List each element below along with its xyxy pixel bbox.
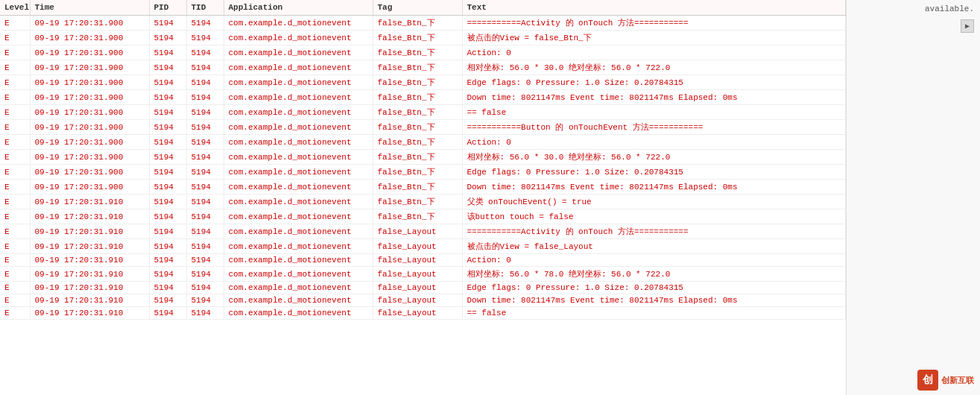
- cell-app: com.example.d_motionevent: [224, 60, 373, 75]
- cell-level: E: [0, 224, 30, 239]
- cell-text: 相对坐标: 56.0 * 30.0 绝对坐标: 56.0 * 722.0: [462, 60, 846, 75]
- cell-app: com.example.d_motionevent: [224, 180, 373, 195]
- cell-tid: 5194: [186, 120, 224, 135]
- table-row: E09-19 17:20:31.91051945194com.example.d…: [0, 239, 846, 254]
- cell-tag: false_Layout: [373, 267, 462, 282]
- cell-app: com.example.d_motionevent: [224, 195, 373, 209]
- cell-app: com.example.d_motionevent: [224, 75, 373, 90]
- table-row: E09-19 17:20:31.90051945194com.example.d…: [0, 105, 846, 120]
- cell-level: E: [0, 165, 30, 180]
- cell-text: 父类 onTouchEvent() = true: [462, 195, 846, 209]
- table-row: E09-19 17:20:31.90051945194com.example.d…: [0, 31, 846, 45]
- cell-tid: 5194: [186, 150, 224, 165]
- cell-tag: false_Btn_下: [373, 60, 462, 75]
- cell-tid: 5194: [186, 307, 224, 320]
- log-table-area[interactable]: Level Time PID TID Application Tag Text …: [0, 0, 846, 395]
- cell-pid: 5194: [149, 254, 186, 267]
- table-row: E09-19 17:20:31.90051945194com.example.d…: [0, 16, 846, 31]
- cell-level: E: [0, 105, 30, 120]
- cell-pid: 5194: [149, 224, 186, 239]
- cell-app: com.example.d_motionevent: [224, 16, 373, 31]
- cell-text: Down time: 8021147ms Event time: 8021147…: [462, 90, 846, 105]
- cell-tag: false_Layout: [373, 254, 462, 267]
- cell-time: 09-19 17:20:31.900: [30, 120, 149, 135]
- cell-level: E: [0, 209, 30, 224]
- cell-tag: false_Btn_下: [373, 195, 462, 209]
- cell-level: E: [0, 254, 30, 267]
- cell-tag: false_Btn_下: [373, 90, 462, 105]
- cell-tag: false_Btn_下: [373, 105, 462, 120]
- cell-time: 09-19 17:20:31.910: [30, 307, 149, 320]
- cell-text: ===========Activity 的 onTouch 方法========…: [462, 16, 846, 31]
- cell-time: 09-19 17:20:31.910: [30, 282, 149, 294]
- scroll-button[interactable]: ▶: [961, 19, 974, 33]
- table-header-row: Level Time PID TID Application Tag Text: [0, 0, 846, 16]
- cell-app: com.example.d_motionevent: [224, 105, 373, 120]
- table-row: E09-19 17:20:31.91051945194com.example.d…: [0, 307, 846, 320]
- cell-text: Down time: 8021147ms Event time: 8021147…: [462, 180, 846, 195]
- cell-app: com.example.d_motionevent: [224, 282, 373, 294]
- cell-level: E: [0, 267, 30, 282]
- cell-pid: 5194: [149, 60, 186, 75]
- cell-tag: false_Btn_下: [373, 150, 462, 165]
- header-tid: TID: [186, 0, 224, 16]
- cell-app: com.example.d_motionevent: [224, 120, 373, 135]
- cell-tag: false_Layout: [373, 282, 462, 294]
- cell-tag: false_Btn_下: [373, 135, 462, 150]
- sidebar-available-text: available.: [925, 4, 974, 13]
- cell-app: com.example.d_motionevent: [224, 224, 373, 239]
- cell-text: == false: [462, 307, 846, 320]
- cell-tid: 5194: [186, 45, 224, 60]
- cell-time: 09-19 17:20:31.910: [30, 224, 149, 239]
- cell-app: com.example.d_motionevent: [224, 239, 373, 254]
- cell-app: com.example.d_motionevent: [224, 31, 373, 45]
- sidebar-logo: 创 创新互联: [917, 370, 974, 391]
- cell-pid: 5194: [149, 105, 186, 120]
- cell-level: E: [0, 282, 30, 294]
- table-row: E09-19 17:20:31.90051945194com.example.d…: [0, 135, 846, 150]
- cell-level: E: [0, 45, 30, 60]
- cell-tid: 5194: [186, 267, 224, 282]
- cell-time: 09-19 17:20:31.900: [30, 180, 149, 195]
- cell-level: E: [0, 180, 30, 195]
- table-row: E09-19 17:20:31.91051945194com.example.d…: [0, 224, 846, 239]
- cell-tid: 5194: [186, 239, 224, 254]
- cell-pid: 5194: [149, 165, 186, 180]
- cell-tid: 5194: [186, 31, 224, 45]
- cell-text: ===========Button 的 onTouchEvent 方法=====…: [462, 120, 846, 135]
- cell-pid: 5194: [149, 282, 186, 294]
- cell-app: com.example.d_motionevent: [224, 209, 373, 224]
- log-table: Level Time PID TID Application Tag Text …: [0, 0, 846, 320]
- cell-time: 09-19 17:20:31.900: [30, 31, 149, 45]
- cell-time: 09-19 17:20:31.900: [30, 75, 149, 90]
- cell-tag: false_Btn_下: [373, 209, 462, 224]
- cell-time: 09-19 17:20:31.900: [30, 165, 149, 180]
- cell-pid: 5194: [149, 75, 186, 90]
- cell-tid: 5194: [186, 254, 224, 267]
- table-row: E09-19 17:20:31.91051945194com.example.d…: [0, 209, 846, 224]
- cell-text: Action: 0: [462, 45, 846, 60]
- cell-tag: false_Btn_下: [373, 165, 462, 180]
- cell-pid: 5194: [149, 31, 186, 45]
- cell-app: com.example.d_motionevent: [224, 150, 373, 165]
- cell-tag: false_Btn_下: [373, 75, 462, 90]
- cell-level: E: [0, 60, 30, 75]
- cell-pid: 5194: [149, 16, 186, 31]
- cell-tid: 5194: [186, 180, 224, 195]
- cell-level: E: [0, 307, 30, 320]
- cell-pid: 5194: [149, 90, 186, 105]
- cell-app: com.example.d_motionevent: [224, 135, 373, 150]
- header-text: Text: [462, 0, 846, 16]
- cell-text: ===========Activity 的 onTouch 方法========…: [462, 224, 846, 239]
- cell-tid: 5194: [186, 16, 224, 31]
- table-row: E09-19 17:20:31.90051945194com.example.d…: [0, 60, 846, 75]
- cell-level: E: [0, 75, 30, 90]
- table-row: E09-19 17:20:31.91051945194com.example.d…: [0, 254, 846, 267]
- cell-level: E: [0, 239, 30, 254]
- cell-time: 09-19 17:20:31.900: [30, 60, 149, 75]
- cell-level: E: [0, 16, 30, 31]
- cell-text: 相对坐标: 56.0 * 78.0 绝对坐标: 56.0 * 722.0: [462, 267, 846, 282]
- table-row: E09-19 17:20:31.90051945194com.example.d…: [0, 150, 846, 165]
- cell-app: com.example.d_motionevent: [224, 294, 373, 307]
- logo-text: 创新互联: [941, 375, 974, 386]
